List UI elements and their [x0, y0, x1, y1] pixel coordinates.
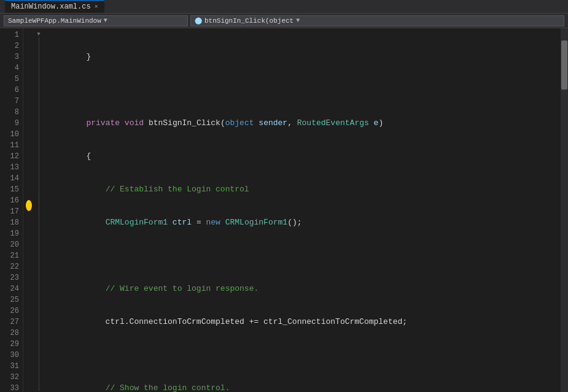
scrollbar-thumb[interactable]: [561, 40, 567, 90]
code-line-10: [48, 350, 561, 361]
editor-tab[interactable]: MainWindow.xaml.cs ×: [5, 0, 104, 13]
tab-label: MainWindow.xaml.cs: [11, 2, 91, 11]
title-bar: MainWindow.xaml.cs ×: [0, 0, 568, 13]
code-line-1: }: [48, 52, 561, 63]
nav-bar: SampleWPFApp.MainWindow ▼ ⬤ btnSignIn_Cl…: [0, 13, 568, 28]
code-line-3: private void btnSignIn_Click(object send…: [48, 118, 561, 129]
fold-gutter: ▼: [34, 28, 43, 392]
editor-area: 1 2 3 4 5 6 7 8 9 10 11 12 13 14 15 16 1…: [0, 28, 568, 392]
code-line-11: // Show the login control.: [48, 383, 561, 392]
nav-left-label: SampleWPFApp.MainWindow: [8, 17, 101, 25]
code-line-4: {: [48, 151, 561, 162]
indicator-gutter: [23, 28, 34, 392]
code-editor[interactable]: } private void btnSignIn_Click(object se…: [43, 28, 561, 392]
tab-close-icon[interactable]: ×: [95, 4, 98, 10]
nav-left-dropdown[interactable]: SampleWPFApp.MainWindow ▼: [4, 15, 188, 26]
breakpoint-indicator: [26, 200, 32, 211]
nav-right-arrow: ▼: [296, 17, 300, 24]
code-line-6: CRMLoginForm1 ctrl = new CRMLoginForm1()…: [48, 217, 561, 228]
nav-left-arrow: ▼: [104, 17, 107, 24]
code-line-2: [48, 85, 561, 96]
code-line-9: ctrl.ConnectionToCrmCompleted += ctrl_Co…: [48, 317, 561, 328]
vertical-scrollbar[interactable]: [561, 28, 568, 392]
fold-btn-method[interactable]: ▼: [34, 31, 43, 37]
line-numbers: 1 2 3 4 5 6 7 8 9 10 11 12 13 14 15 16 1…: [0, 28, 23, 392]
code-line-5: // Establish the Login control: [48, 184, 561, 195]
nav-right-label: btnSignIn_Click(object: [204, 17, 294, 25]
nav-right-dropdown[interactable]: ⬤ btnSignIn_Click(object ▼: [190, 15, 564, 26]
nav-right-icon: ⬤: [195, 17, 202, 25]
code-line-7: [48, 250, 561, 261]
code-line-8: // Wire event to login response.: [48, 283, 561, 294]
